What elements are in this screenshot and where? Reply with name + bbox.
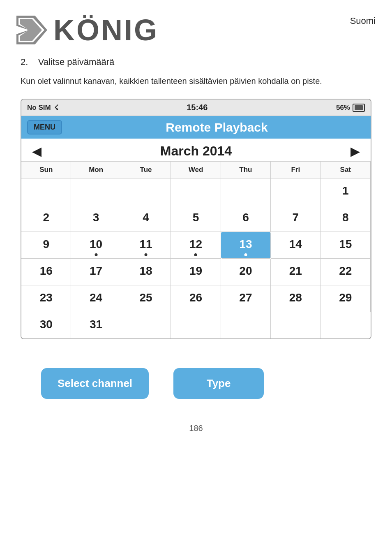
- cal-cell-empty: [271, 178, 321, 205]
- cal-cell-empty: [71, 178, 121, 205]
- page-number: 186: [189, 424, 203, 433]
- cal-day-29[interactable]: 29: [321, 285, 371, 312]
- phone-mockup: No SIM ☇ 15:46 56% MENU Remote Playback …: [21, 99, 371, 339]
- carrier-label: No SIM: [27, 104, 51, 112]
- cal-day-16[interactable]: 16: [21, 259, 71, 285]
- cal-day-19[interactable]: 19: [171, 259, 221, 285]
- cal-day-22[interactable]: 22: [321, 259, 371, 285]
- logo: KÖNIG: [12, 12, 159, 49]
- type-button[interactable]: Type: [173, 368, 264, 399]
- day-header-mon: Mon: [71, 162, 121, 178]
- cal-day-11[interactable]: 11: [121, 232, 171, 259]
- cal-day-25[interactable]: 25: [121, 285, 171, 312]
- step-title: 2. Valitse päivämäärä: [21, 57, 371, 67]
- buttons-row: Select channel Type: [21, 356, 371, 411]
- cal-day-31[interactable]: 31: [71, 312, 121, 338]
- cal-day-18[interactable]: 18: [121, 259, 171, 285]
- cal-cell-empty: [121, 312, 171, 338]
- cal-cell-empty: [121, 178, 171, 205]
- cal-day-28[interactable]: 28: [271, 285, 321, 312]
- select-channel-button[interactable]: Select channel: [41, 368, 149, 399]
- cal-day-13[interactable]: 13: [221, 232, 271, 259]
- cal-day-7[interactable]: 7: [271, 205, 321, 232]
- cal-cell-empty: [221, 312, 271, 338]
- cal-day-20[interactable]: 20: [221, 259, 271, 285]
- cal-cell-empty: [171, 178, 221, 205]
- day-header-thu: Thu: [221, 162, 271, 178]
- cal-cell-empty: [221, 178, 271, 205]
- calendar: ◀ March 2014 ▶ Sun Mon Tue Wed Thu Fri S…: [21, 139, 371, 338]
- status-bar: No SIM ☇ 15:46 56%: [21, 100, 371, 116]
- cal-day-14[interactable]: 14: [271, 232, 321, 259]
- step-text: Valitse päivämäärä: [38, 57, 114, 67]
- month-year-label: March 2014: [160, 144, 232, 159]
- status-right: 56%: [336, 104, 365, 112]
- header: KÖNIG Suomi: [0, 0, 392, 53]
- cal-cell-empty: [21, 178, 71, 205]
- cal-day-26[interactable]: 26: [171, 285, 221, 312]
- day-header-fri: Fri: [271, 162, 321, 178]
- language-label: Suomi: [350, 12, 376, 26]
- battery-icon: [353, 104, 365, 112]
- battery-pct: 56%: [336, 104, 350, 112]
- status-left: No SIM ☇: [27, 103, 58, 112]
- konig-logo-icon: [12, 12, 49, 49]
- main-content: 2. Valitse päivämäärä Kun olet valinnut …: [0, 53, 392, 419]
- cal-day-9[interactable]: 9: [21, 232, 71, 259]
- cal-day-21[interactable]: 21: [271, 259, 321, 285]
- cal-day-23[interactable]: 23: [21, 285, 71, 312]
- cal-cell-empty: [271, 312, 321, 338]
- calendar-header: ◀ March 2014 ▶: [21, 139, 371, 161]
- menu-button[interactable]: MENU: [27, 120, 62, 134]
- cal-day-17[interactable]: 17: [71, 259, 121, 285]
- calendar-grid: Sun Mon Tue Wed Thu Fri Sat 1 2 3 4 5: [21, 161, 371, 338]
- cal-day-3[interactable]: 3: [71, 205, 121, 232]
- cal-day-5[interactable]: 5: [171, 205, 221, 232]
- footer: 186: [0, 419, 392, 445]
- cal-day-4[interactable]: 4: [121, 205, 171, 232]
- cal-day-10[interactable]: 10: [71, 232, 121, 259]
- cal-day-27[interactable]: 27: [221, 285, 271, 312]
- nav-bar: MENU Remote Playback: [21, 116, 371, 139]
- cal-day-15[interactable]: 15: [321, 232, 371, 259]
- cal-day-2[interactable]: 2: [21, 205, 71, 232]
- cal-day-24[interactable]: 24: [71, 285, 121, 312]
- day-header-tue: Tue: [121, 162, 171, 178]
- cal-day-30[interactable]: 30: [21, 312, 71, 338]
- cal-day-1[interactable]: 1: [321, 178, 371, 205]
- description-text: Kun olet valinnut kanavan, kaikkien tall…: [21, 75, 371, 87]
- step-number: 2.: [21, 57, 28, 67]
- next-month-button[interactable]: ▶: [346, 144, 364, 158]
- status-time: 15:46: [187, 103, 208, 112]
- cal-day-8[interactable]: 8: [321, 205, 371, 232]
- cal-cell-empty: [171, 312, 221, 338]
- prev-month-button[interactable]: ◀: [28, 144, 46, 158]
- day-header-sat: Sat: [321, 162, 371, 178]
- cal-day-12[interactable]: 12: [171, 232, 221, 259]
- day-header-sun: Sun: [21, 162, 71, 178]
- nav-title: Remote Playback: [69, 120, 365, 134]
- day-header-wed: Wed: [171, 162, 221, 178]
- cal-cell-empty: [321, 312, 371, 338]
- brand-name: KÖNIG: [53, 13, 159, 47]
- cal-day-6[interactable]: 6: [221, 205, 271, 232]
- wifi-icon: ☇: [54, 103, 58, 112]
